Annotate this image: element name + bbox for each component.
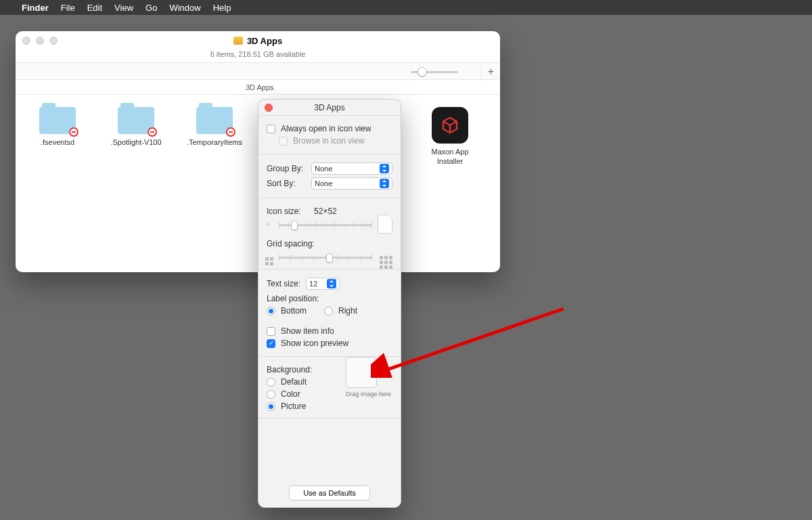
icon-size-label: Icon size: — [267, 207, 301, 216]
group-by-select[interactable]: None — [311, 162, 392, 175]
show-item-info-label: Show item info — [281, 326, 334, 336]
use-as-defaults-button[interactable]: Use as Defaults — [289, 485, 370, 500]
grid-spacing-slider[interactable] — [267, 251, 392, 263]
text-size-label: Text size: — [267, 279, 300, 288]
minimize-window-button[interactable] — [36, 37, 44, 45]
close-window-button[interactable] — [22, 37, 30, 45]
zoom-window-button[interactable] — [49, 37, 58, 45]
menu-file[interactable]: File — [61, 3, 75, 13]
volume-icon — [233, 37, 243, 45]
path-bar[interactable]: 3D Apps — [16, 80, 500, 95]
always-open-label: Always open in icon view — [281, 124, 371, 133]
background-label: Background: — [267, 365, 312, 374]
loose-grid-icon — [380, 253, 392, 269]
bg-default-radio[interactable] — [267, 378, 275, 387]
grid-spacing-label: Grid spacing: — [267, 239, 315, 248]
folder-fseventsd[interactable]: .fseventsd — [29, 107, 86, 148]
finder-toolbar: + — [16, 62, 500, 80]
label-position-label: Label position: — [267, 294, 319, 303]
svg-line-1 — [383, 309, 564, 371]
group-by-label: Group By: — [267, 164, 306, 173]
always-open-checkbox[interactable] — [267, 125, 275, 133]
label-right-text: Right — [338, 306, 357, 316]
show-item-info-checkbox[interactable] — [267, 327, 275, 336]
bg-picture-radio[interactable] — [267, 402, 275, 411]
panel-close-button[interactable] — [265, 104, 273, 112]
status-bar: 6 items, 218.51 GB available — [16, 50, 500, 62]
group-by-value: None — [315, 165, 332, 173]
panel-title: 3D Apps — [314, 103, 344, 112]
file-label: .Spotlight-V100 — [108, 138, 164, 148]
menubar: Finder File Edit View Go Window Help — [0, 0, 812, 15]
dropdown-arrows-icon — [380, 179, 389, 188]
text-size-select[interactable]: 12 — [306, 278, 340, 290]
dropdown-arrows-icon — [380, 164, 389, 173]
menu-window[interactable]: Window — [169, 3, 200, 13]
bg-default-label: Default — [281, 377, 307, 387]
no-access-badge-icon — [226, 127, 235, 137]
add-tab-button[interactable]: + — [481, 63, 500, 81]
tight-grid-icon — [265, 254, 273, 265]
browse-icon-view-label: Browse in icon view — [293, 136, 364, 146]
dropzone-hint: Drag image here — [346, 391, 391, 397]
file-label: .fseventsd — [29, 138, 86, 148]
large-doc-icon — [378, 215, 392, 234]
show-icon-preview-label: Show icon preview — [281, 339, 348, 348]
no-access-badge-icon — [148, 127, 157, 137]
menu-help[interactable]: Help — [213, 3, 231, 13]
folder-temporaryitems[interactable]: .TemporaryItems — [186, 107, 243, 148]
background-image-dropzone[interactable] — [346, 357, 377, 388]
traffic-lights — [22, 37, 58, 45]
file-label: .TemporaryItems — [186, 138, 243, 148]
icon-size-slider[interactable]: ▫ — [267, 219, 392, 231]
show-icon-preview-checkbox[interactable] — [267, 339, 275, 348]
browse-icon-view-checkbox — [279, 137, 288, 146]
no-access-badge-icon — [69, 127, 78, 137]
label-right-radio[interactable] — [324, 307, 333, 316]
menu-go[interactable]: Go — [145, 3, 157, 13]
sort-by-label: Sort By: — [267, 179, 306, 188]
menu-view[interactable]: View — [114, 3, 133, 13]
sort-by-value: None — [315, 179, 332, 188]
folder-spotlight[interactable]: .Spotlight-V100 — [108, 107, 164, 148]
text-size-value: 12 — [309, 280, 317, 288]
small-doc-icon: ▫ — [267, 220, 269, 228]
sort-by-select[interactable]: None — [311, 177, 392, 190]
finder-titlebar[interactable]: 3D Apps — [16, 31, 500, 50]
app-icon — [432, 107, 468, 144]
menu-edit[interactable]: Edit — [87, 3, 102, 13]
bg-color-radio[interactable] — [267, 390, 275, 399]
label-bottom-radio[interactable] — [267, 307, 275, 316]
file-label: Maxon App Installer — [422, 148, 478, 167]
bg-color-label: Color — [281, 389, 300, 399]
panel-titlebar[interactable]: 3D Apps — [258, 100, 401, 116]
bg-picture-label: Picture — [281, 402, 306, 411]
window-title: 3D Apps — [247, 36, 282, 46]
app-menu[interactable]: Finder — [22, 3, 49, 13]
app-maxon-installer[interactable]: Maxon App Installer — [422, 107, 478, 167]
view-options-panel: 3D Apps Always open in icon view Browse … — [258, 99, 401, 508]
icon-size-toolbar-slider[interactable] — [411, 67, 458, 77]
label-bottom-text: Bottom — [281, 306, 307, 316]
dropdown-arrows-icon — [327, 279, 336, 288]
icon-size-value: 52×52 — [314, 207, 337, 216]
